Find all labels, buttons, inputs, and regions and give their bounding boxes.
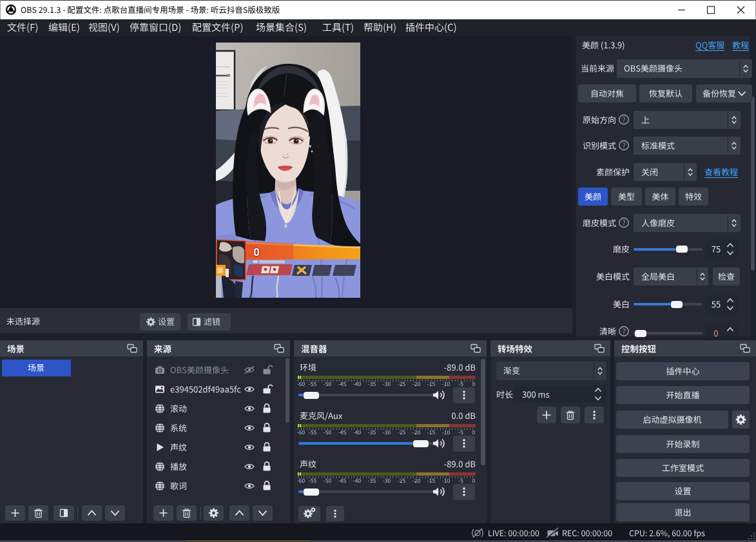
svg-text:0: 0: [253, 246, 259, 258]
